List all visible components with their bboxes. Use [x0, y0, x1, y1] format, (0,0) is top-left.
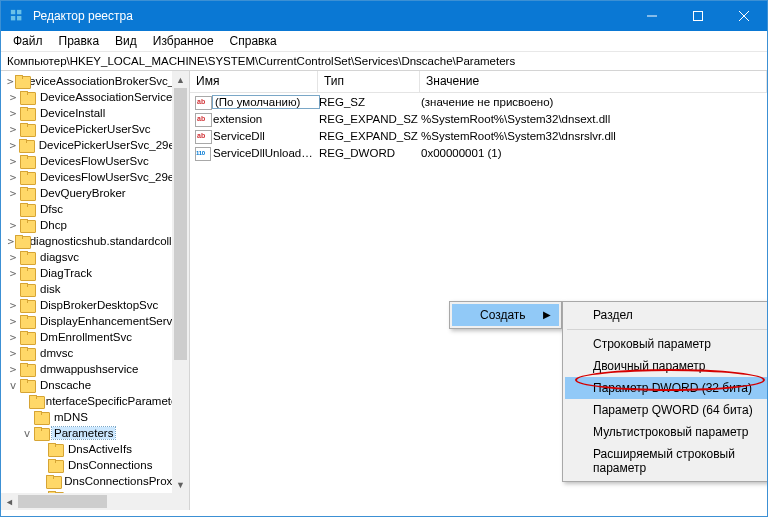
folder-icon: [20, 331, 35, 344]
chevron-right-icon[interactable]: >: [7, 316, 19, 327]
tree-item[interactable]: >DevicesFlowUserSvc: [1, 153, 189, 169]
folder-icon: [15, 75, 16, 88]
window-title: Редактор реестра: [33, 9, 629, 23]
folder-icon: [48, 459, 63, 472]
chevron-right-icon[interactable]: >: [7, 236, 14, 247]
chevron-right-icon[interactable]: >: [7, 268, 19, 279]
tree-item[interactable]: Dfsc: [1, 201, 189, 217]
ctx-binary[interactable]: Двоичный параметр: [565, 355, 768, 377]
chevron-right-icon[interactable]: >: [7, 124, 19, 135]
ctx-dword32[interactable]: Параметр DWORD (32 бита): [565, 377, 768, 399]
menu-view[interactable]: Вид: [107, 32, 145, 50]
tree-item[interactable]: >DevicePickerUserSvc_29ec9: [1, 137, 189, 153]
scroll-thumb[interactable]: [174, 88, 187, 360]
chevron-right-icon[interactable]: >: [7, 364, 19, 375]
ctx-multi[interactable]: Мультистроковый параметр: [565, 421, 768, 443]
chevron-right-icon[interactable]: >: [7, 140, 18, 151]
chevron-down-icon[interactable]: v: [21, 428, 33, 439]
tree-item[interactable]: >DisplayEnhancementService: [1, 313, 189, 329]
tree-item[interactable]: >diagsvc: [1, 249, 189, 265]
tree-item[interactable]: >Dhcp: [1, 217, 189, 233]
tree-item[interactable]: InterfaceSpecificParameters: [1, 393, 189, 409]
col-type[interactable]: Тип: [318, 71, 420, 92]
menu-favorites[interactable]: Избранное: [145, 32, 222, 50]
tree-item[interactable]: >DeviceAssociationBrokerSvc_29: [1, 73, 189, 89]
value-data: 0x00000001 (1): [421, 147, 767, 159]
folder-icon: [20, 219, 35, 232]
value-data: %SystemRoot%\System32\dnsext.dll: [421, 113, 767, 125]
chevron-right-icon[interactable]: >: [7, 156, 19, 167]
list-row[interactable]: ServiceDllUnloadOnSt...REG_DWORD0x000000…: [190, 144, 767, 161]
tree-item[interactable]: >DeviceInstall: [1, 105, 189, 121]
chevron-right-icon[interactable]: >: [7, 300, 19, 311]
address-bar[interactable]: Компьютер\HKEY_LOCAL_MACHINE\SYSTEM\Curr…: [1, 52, 767, 71]
folder-icon: [20, 299, 35, 312]
minimize-button[interactable]: [629, 1, 675, 31]
tree-item[interactable]: >diagnosticshub.standardcollect: [1, 233, 189, 249]
folder-icon: [48, 443, 63, 456]
tree-item[interactable]: >DevQueryBroker: [1, 185, 189, 201]
tree-label: DnsActiveIfs: [66, 443, 134, 455]
tree-item[interactable]: >dmvsc: [1, 345, 189, 361]
tree-item[interactable]: DnsActiveIfs: [1, 441, 189, 457]
value-name: ServiceDllUnloadOnSt...: [213, 147, 319, 159]
col-value[interactable]: Значение: [420, 71, 767, 92]
ctx-qword64[interactable]: Параметр QWORD (64 бита): [565, 399, 768, 421]
folder-icon: [20, 315, 35, 328]
tree-item[interactable]: vDnscache: [1, 377, 189, 393]
ctx-create[interactable]: Создать ▶: [452, 304, 559, 326]
tree-item[interactable]: >DmEnrollmentSvc: [1, 329, 189, 345]
tree-label: Parameters: [52, 427, 115, 439]
col-name[interactable]: Имя: [190, 71, 318, 92]
maximize-button[interactable]: [675, 1, 721, 31]
menu-file[interactable]: Файл: [5, 32, 51, 50]
menu-help[interactable]: Справка: [222, 32, 285, 50]
tree-item[interactable]: DnsConnectionsProxies: [1, 473, 189, 489]
list-row[interactable]: extensionREG_EXPAND_SZ%SystemRoot%\Syste…: [190, 110, 767, 127]
tree-item[interactable]: >dmwappushservice: [1, 361, 189, 377]
tree-label: InterfaceSpecificParameters: [41, 395, 189, 407]
scroll-down-icon[interactable]: ▼: [172, 476, 189, 493]
tree-item[interactable]: >DispBrokerDesktopSvc: [1, 297, 189, 313]
tree-label: DevicePickerUserSvc_29ec9: [37, 139, 189, 151]
tree-scrollbar-vertical[interactable]: ▲ ▼: [172, 71, 189, 493]
chevron-right-icon[interactable]: >: [7, 108, 19, 119]
list-row[interactable]: (По умолчанию)REG_SZ(значение не присвое…: [190, 93, 767, 110]
chevron-right-icon[interactable]: >: [7, 348, 19, 359]
chevron-right-icon[interactable]: >: [7, 92, 19, 103]
tree-label: Dhcp: [38, 219, 69, 231]
menu-edit[interactable]: Правка: [51, 32, 108, 50]
scroll-left-icon[interactable]: ◄: [1, 493, 18, 510]
tree-item[interactable]: DnsConnections: [1, 457, 189, 473]
tree-item[interactable]: mDNS: [1, 409, 189, 425]
scroll-up-icon[interactable]: ▲: [172, 71, 189, 88]
ctx-string[interactable]: Строковый параметр: [565, 333, 768, 355]
ctx-key[interactable]: Раздел: [565, 304, 768, 326]
tree-item[interactable]: >DevicesFlowUserSvc_29ec9: [1, 169, 189, 185]
folder-icon: [20, 283, 35, 296]
chevron-right-icon[interactable]: >: [7, 252, 19, 263]
chevron-right-icon[interactable]: >: [7, 172, 19, 183]
tree-item[interactable]: >DeviceAssociationService: [1, 89, 189, 105]
chevron-right-icon[interactable]: >: [7, 332, 19, 343]
scroll-thumb-h[interactable]: [18, 495, 107, 508]
value-type: REG_DWORD: [319, 147, 421, 159]
folder-icon: [15, 235, 24, 248]
tree-label: dmwappushservice: [38, 363, 140, 375]
value-name: ServiceDll: [213, 130, 319, 142]
menubar: Файл Правка Вид Избранное Справка: [1, 31, 767, 52]
close-button[interactable]: [721, 1, 767, 31]
tree-item[interactable]: vParameters: [1, 425, 189, 441]
folder-icon: [20, 347, 35, 360]
chevron-right-icon[interactable]: >: [7, 76, 14, 87]
tree-item[interactable]: >DiagTrack: [1, 265, 189, 281]
list-row[interactable]: ServiceDllREG_EXPAND_SZ%SystemRoot%\Syst…: [190, 127, 767, 144]
ctx-expand[interactable]: Расширяемый строковый параметр: [565, 443, 768, 479]
value-type: REG_EXPAND_SZ: [319, 130, 421, 142]
tree-item[interactable]: disk: [1, 281, 189, 297]
tree-scrollbar-horizontal[interactable]: ◄ ►: [1, 493, 172, 510]
chevron-down-icon[interactable]: v: [7, 380, 19, 391]
chevron-right-icon[interactable]: >: [7, 188, 19, 199]
chevron-right-icon[interactable]: >: [7, 220, 19, 231]
tree-item[interactable]: >DevicePickerUserSvc: [1, 121, 189, 137]
